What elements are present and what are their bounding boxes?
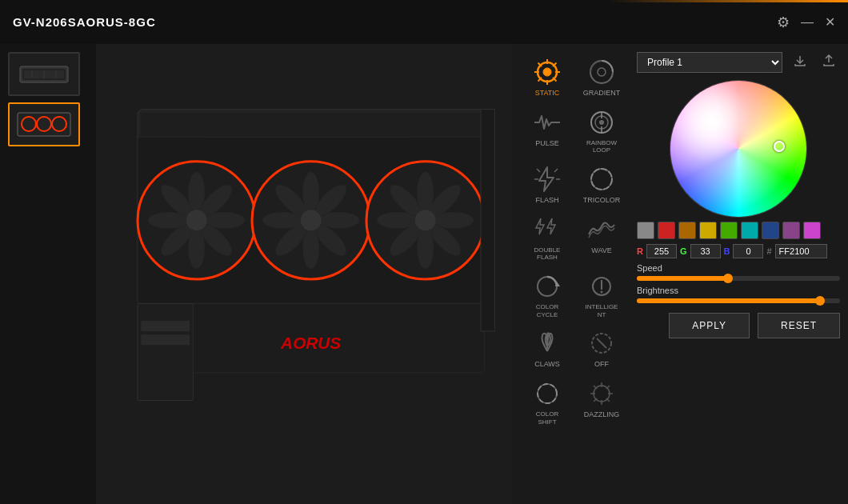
b-input[interactable] [733,244,763,258]
speed-slider-thumb [723,274,733,283]
static-icon [532,57,562,87]
brightness-slider-thumb [815,296,825,306]
mode-wave[interactable]: WAVE [574,210,629,266]
window-title: GV-N206SAORUS-8GC [13,15,156,29]
wheel-overlay [670,81,806,217]
swatch-orange[interactable] [678,222,696,239]
double-flash-label: DOUBLEFLASH [534,246,561,262]
brightness-slider-track[interactable] [637,298,840,303]
svg-point-66 [599,120,604,125]
accent-line [608,0,848,2]
mode-rainbow[interactable]: RAINBOWLOOP [574,102,629,159]
mode-double-flash[interactable]: DOUBLEFLASH [520,210,574,266]
mode-off[interactable]: OFF [574,323,629,374]
claws-icon [532,328,562,358]
color-cycle-icon [532,271,562,302]
svg-rect-51 [481,110,494,331]
g-label: G [680,246,687,256]
speed-slider-fill [637,276,728,281]
mode-gradient[interactable]: GRADIENT [574,52,629,102]
color-panel: Profile 1 Profile 2 Profile 3 [637,52,840,338]
mode-flash[interactable]: FLASH [520,159,574,210]
profile-import-button[interactable] [789,53,811,72]
mode-tricolor[interactable]: TRICOLOR [574,159,629,210]
svg-point-33 [301,210,322,230]
off-icon [586,328,617,358]
color-shift-label: COLORSHIFT [536,410,558,426]
brightness-slider-fill [637,298,820,303]
swatch-pink[interactable] [803,222,821,239]
svg-point-74 [591,169,612,190]
window-controls: ⚙ — ✕ [777,14,835,31]
rgb-inputs: R G B # [637,244,840,258]
swatch-cyan[interactable] [741,222,758,239]
color-wheel-wrap [637,81,840,217]
reset-button[interactable]: RESET [758,313,840,338]
claws-label: CLAWS [534,360,560,369]
color-wheel-cursor [774,141,785,152]
swatch-purple[interactable] [782,222,800,239]
svg-point-79 [601,290,603,293]
svg-point-63 [598,68,606,76]
mode-intelligent[interactable]: INTELLIGENT [574,266,629,323]
flash-icon [532,164,562,194]
mode-static[interactable]: STATIC [520,52,574,102]
mode-color-cycle[interactable]: COLORCYCLE [520,266,574,323]
profile-export-button[interactable] [818,53,840,72]
settings-button[interactable]: ⚙ [777,14,790,31]
close-button[interactable]: ✕ [825,14,835,30]
apply-button[interactable]: APPLY [669,313,750,338]
brightness-label: Brightness [637,286,840,295]
modes-grid-left: STATIC GRADIENT [520,52,629,430]
b-label: B [724,246,730,256]
main-area: AORUS [0,44,848,504]
pulse-label: PULSE [535,139,559,148]
speed-slider-track[interactable] [637,276,840,281]
mode-dazzling[interactable]: DAZZLING [574,374,629,430]
minimize-button[interactable]: — [801,15,814,30]
double-flash-icon [532,214,562,245]
speed-label: Speed [637,263,840,273]
sidebar [0,44,96,504]
mode-claws[interactable]: CLAWS [520,323,574,374]
svg-rect-46 [138,303,193,400]
brightness-control: Brightness [637,286,840,303]
dazzling-label: DAZZLING [584,410,620,419]
mode-color-shift[interactable]: COLORSHIFT [520,374,574,430]
tricolor-label: TRICOLOR [583,196,621,205]
intelligent-icon [586,271,617,302]
swatch-gray[interactable] [637,222,654,239]
thumb-top-view[interactable] [8,52,80,96]
wave-icon [586,214,617,245]
svg-point-44 [415,210,436,230]
svg-line-70 [554,169,558,172]
tricolor-icon [586,164,617,194]
g-input[interactable] [690,244,721,258]
flash-label: FLASH [535,196,558,205]
hex-input[interactable] [775,244,827,258]
rainbow-label: RAINBOWLOOP [586,139,617,154]
right-panel: STATIC GRADIENT [512,44,848,504]
thumb-top-icon [16,60,72,88]
swatch-green[interactable] [720,222,738,239]
svg-text:AORUS: AORUS [280,334,341,352]
thumb-front-icon [16,110,72,138]
svg-point-83 [538,384,557,403]
swatch-red[interactable] [658,222,675,239]
svg-line-81 [597,338,606,348]
svg-point-22 [186,210,207,230]
static-label: STATIC [535,89,560,98]
swatch-yellow[interactable] [699,222,717,239]
swatch-blue[interactable] [762,222,779,239]
top-section: STATIC GRADIENT [520,52,840,430]
speed-control: Speed [637,263,840,281]
wave-label: WAVE [591,246,612,255]
color-cycle-label: COLORCYCLE [536,303,558,318]
intelligent-label: INTELLIGENT [586,303,618,318]
titlebar: GV-N206SAORUS-8GC ⚙ — ✕ [0,0,848,44]
mode-pulse[interactable]: PULSE [520,102,574,159]
color-wheel[interactable] [670,81,806,217]
r-input[interactable] [646,244,677,258]
profile-select[interactable]: Profile 1 Profile 2 Profile 3 [637,52,782,73]
thumb-front-view[interactable] [8,102,80,146]
